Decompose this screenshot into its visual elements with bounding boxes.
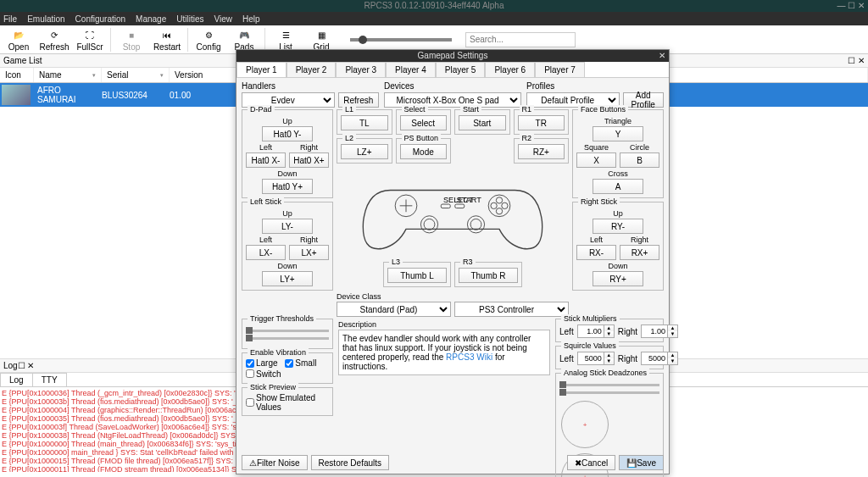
menu-emulation[interactable]: Emulation	[27, 14, 64, 24]
restore-defaults-button[interactable]: Restore Defaults	[311, 455, 389, 470]
tab-log[interactable]: Log	[0, 373, 33, 386]
dpad-up-button[interactable]: Hat0 Y-	[262, 126, 313, 141]
menu-configuration[interactable]: Configuration	[75, 14, 125, 24]
device-class-select[interactable]: Standard (Pad)	[337, 302, 451, 317]
mult-left-input[interactable]	[577, 324, 604, 338]
triangle-button[interactable]: Y	[593, 126, 643, 141]
game-serial: BLUS30264	[97, 91, 164, 100]
profiles-label: Profiles	[526, 81, 664, 91]
svg-point-7	[424, 219, 435, 230]
save-button[interactable]: 💾 Save	[619, 455, 664, 470]
trigger-slider-r[interactable]	[246, 337, 329, 340]
menu-file[interactable]: File	[3, 14, 17, 24]
menu-help[interactable]: Help	[242, 14, 260, 24]
col-serial[interactable]: Serial▾	[102, 68, 170, 82]
r1-button[interactable]: TR	[518, 115, 565, 130]
mult-right-input[interactable]	[641, 324, 668, 338]
dpad-down-button[interactable]: Hat0 Y+	[262, 179, 313, 194]
tab-player2[interactable]: Player 2	[287, 62, 337, 77]
menu-manage[interactable]: Manage	[136, 14, 166, 24]
filter-noise-button[interactable]: ⚠ Filter Noise	[242, 455, 308, 470]
emulated-checkbox[interactable]: Show Emulated Values	[246, 393, 324, 412]
dpad-right-button[interactable]: Hat0 X+	[289, 153, 329, 168]
lstick-right-button[interactable]: LX+	[289, 245, 329, 260]
add-profile-button[interactable]: Add Profile	[623, 92, 664, 108]
zoom-slider[interactable]	[350, 38, 452, 42]
l3-button[interactable]: Thumb L	[387, 268, 447, 283]
r3-button[interactable]: Thumb R	[459, 268, 518, 283]
tab-player6[interactable]: Player 6	[485, 62, 535, 77]
dpad-left-button[interactable]: Hat0 X-	[246, 153, 286, 168]
refresh-button[interactable]: ⟳Refresh	[39, 27, 70, 52]
tab-player7[interactable]: Player 7	[535, 62, 585, 77]
window-titlebar: RPCS3 0.0.12-10910-34eff440 Alpha — ☐ ✕	[0, 0, 868, 12]
select-button[interactable]: Select	[400, 115, 448, 130]
deadzone-slider-l[interactable]	[559, 384, 659, 386]
open-button[interactable]: 📂Open	[3, 27, 34, 52]
rstick-right-button[interactable]: RX+	[620, 245, 659, 260]
l2-button[interactable]: LZ+	[341, 144, 388, 159]
close-icon[interactable]: ☐ ✕	[848, 56, 865, 65]
large-checkbox[interactable]: Large	[246, 358, 278, 368]
deadzone-slider-r[interactable]	[559, 391, 659, 394]
rstick-up-button[interactable]: RY-	[593, 219, 643, 234]
switch-checkbox[interactable]: Switch	[246, 369, 281, 379]
svg-point-2	[491, 202, 497, 208]
list-button[interactable]: ☰List	[270, 27, 301, 52]
description-text: The evdev handler should work with any c…	[338, 330, 550, 375]
stop-icon: ■	[124, 27, 139, 42]
start-button[interactable]: Start	[459, 115, 506, 130]
small-checkbox[interactable]: Small	[285, 358, 316, 368]
handlers-label: Handlers	[242, 81, 379, 91]
game-version: 01.00	[164, 91, 196, 100]
wiki-link[interactable]: RPCS3 Wiki	[446, 352, 492, 362]
svg-point-9	[470, 219, 481, 230]
grid-icon: ▦	[314, 27, 329, 42]
stop-button[interactable]: ■Stop	[116, 27, 147, 52]
svg-point-4	[496, 197, 502, 203]
device-class2-select[interactable]: PS3 Controller	[454, 302, 569, 317]
restart-icon: ⏮	[159, 27, 175, 42]
menu-view[interactable]: View	[214, 14, 232, 24]
trigger-slider-l[interactable]	[246, 330, 329, 332]
svg-rect-10	[441, 204, 450, 208]
cancel-button[interactable]: ✖ Cancel	[567, 455, 615, 470]
col-name[interactable]: Name▾	[34, 68, 102, 82]
sq-left-input[interactable]	[577, 352, 604, 365]
svg-point-5	[496, 208, 502, 214]
lstick-down-button[interactable]: LY+	[262, 271, 313, 286]
menu-utilities[interactable]: Utilities	[176, 14, 203, 24]
tab-player3[interactable]: Player 3	[336, 62, 386, 77]
fullscreen-button[interactable]: ⛶FullScr	[75, 27, 105, 52]
tab-player4[interactable]: Player 4	[386, 62, 436, 77]
tab-player5[interactable]: Player 5	[436, 62, 486, 77]
dialog-title: Gamepad Settings✕	[236, 50, 669, 62]
window-controls[interactable]: — ☐ ✕	[837, 0, 865, 12]
game-name: AFRO SAMURAI	[32, 86, 97, 104]
grid-button[interactable]: ▦Grid	[306, 27, 337, 52]
restart-button[interactable]: ⏮Restart	[152, 27, 182, 52]
menubar: File Emulation Configuration Manage Util…	[0, 12, 868, 25]
search-input[interactable]	[465, 32, 576, 47]
svg-point-8	[467, 216, 484, 233]
tab-player1[interactable]: Player 1	[236, 62, 287, 77]
config-button[interactable]: ⚙Config	[193, 27, 224, 52]
cross-button[interactable]: A	[593, 179, 643, 194]
circle-button[interactable]: B	[620, 153, 659, 168]
r2-button[interactable]: RZ+	[518, 144, 565, 159]
refresh-icon: ⟳	[47, 27, 62, 42]
ps-button[interactable]: Mode	[400, 144, 448, 159]
lstick-left-button[interactable]: LX-	[246, 245, 286, 260]
rstick-left-button[interactable]: RX-	[576, 245, 616, 260]
svg-text:START: START	[457, 196, 482, 204]
pads-button[interactable]: 🎮Pads	[229, 27, 259, 52]
tab-tty[interactable]: TTY	[32, 373, 67, 386]
col-icon[interactable]: Icon	[0, 68, 34, 82]
close-icon[interactable]: ✕	[659, 50, 665, 62]
lstick-up-button[interactable]: LY-	[262, 219, 313, 234]
sq-right-input[interactable]	[641, 352, 668, 365]
l1-button[interactable]: TL	[341, 115, 388, 130]
close-icon[interactable]: ☐ ✕	[18, 361, 35, 370]
rstick-down-button[interactable]: RY+	[593, 271, 643, 286]
square-button[interactable]: X	[576, 153, 616, 168]
